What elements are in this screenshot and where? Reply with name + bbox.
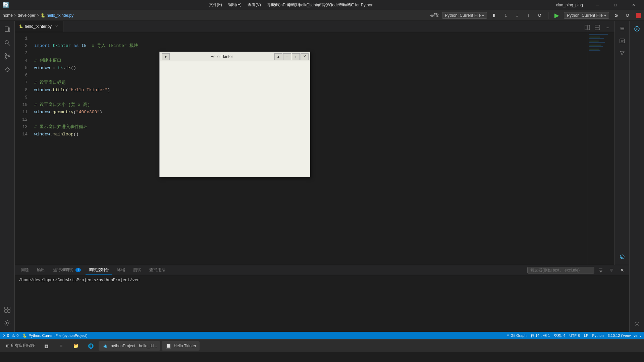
breadcrumb-developer[interactable]: developer: [18, 13, 36, 18]
panel-tab-output[interactable]: 输出: [34, 266, 48, 275]
activity-extensions[interactable]: [1, 304, 13, 316]
step-out-button[interactable]: ↑: [524, 11, 533, 20]
tkinter-minimize-button[interactable]: ─: [283, 53, 291, 60]
restart-button[interactable]: ↺: [535, 11, 544, 20]
status-language[interactable]: Python: [592, 334, 604, 338]
title-bar: 🔄 文件(F) 编辑(E) 查看(V) 导航(N) 调试(D) Git 窗口(W…: [0, 0, 644, 10]
session-dropdown[interactable]: Python: Current File ▾: [442, 12, 487, 19]
svg-rect-16: [595, 25, 600, 27]
right-list-icon[interactable]: [617, 36, 628, 46]
tkinter-menu-button[interactable]: ▼: [162, 53, 170, 60]
toolbar-right: 会话: Python: Current File ▾ ⏸ ⤵ ↓ ↑ ↺ ▶ P…: [430, 11, 641, 20]
taskbar-codearts[interactable]: ◉ pythonProject - hello_tki...: [99, 341, 160, 351]
right-ai-icon[interactable]: AI: [617, 251, 628, 262]
split-editor-icon[interactable]: [583, 23, 592, 32]
more-actions-icon[interactable]: ···: [603, 23, 612, 32]
activity-debug[interactable]: [1, 64, 13, 76]
panel-sort-icon[interactable]: [607, 266, 616, 275]
panel-tab-find-usage[interactable]: 查找用法: [146, 266, 169, 275]
stop-button[interactable]: [636, 13, 641, 18]
taskbar-start[interactable]: ⊞ 所有应用程序: [3, 342, 38, 350]
pause-button[interactable]: ⏸: [490, 11, 498, 20]
svg-point-5: [5, 58, 6, 59]
step-into-button[interactable]: ↓: [513, 11, 521, 20]
svg-rect-12: [8, 310, 10, 312]
taskbar-hello-tkinter[interactable]: 🔲 Hello Tkinter: [162, 341, 200, 351]
reload-icon[interactable]: ↺: [623, 11, 632, 20]
bc-sep-1: >: [14, 13, 16, 18]
tkinter-close-button[interactable]: ✕: [301, 53, 309, 60]
status-version[interactable]: 3.10.12 ('venv': venv: [608, 334, 641, 338]
svg-rect-11: [5, 310, 7, 312]
breadcrumb-home[interactable]: home: [3, 13, 13, 18]
minimize-button[interactable]: ─: [590, 0, 605, 10]
right-outline-icon[interactable]: [617, 23, 628, 34]
git-graph-label: Git Graph: [511, 334, 527, 338]
panel-content: /home/developer/CodeArtsProjects/pythonP…: [15, 275, 629, 332]
status-line-col[interactable]: 行 14，列 1: [531, 333, 550, 338]
menu-edit[interactable]: 编辑(E): [225, 1, 244, 8]
step-over-button[interactable]: ⤵: [501, 11, 510, 20]
git-graph-icon: ⑂: [507, 334, 509, 338]
status-line-ending[interactable]: LF: [584, 334, 588, 338]
run-button[interactable]: ▶: [552, 11, 561, 20]
close-button[interactable]: ✕: [626, 0, 641, 10]
maximize-button[interactable]: □: [608, 0, 623, 10]
tab-close-button[interactable]: ✕: [54, 24, 59, 29]
ai-side-panel: AI: [629, 21, 644, 332]
taskbar-browser[interactable]: 🌐: [84, 341, 97, 351]
app-icon[interactable]: 🔄: [3, 2, 9, 8]
code-editor[interactable]: 1 2 3 4 5 6 7 8 9 10 11 12 13 14: [15, 32, 614, 265]
panel-close-icon[interactable]: ✕: [618, 266, 627, 275]
taskbar-folder[interactable]: 📁: [69, 341, 83, 351]
activity-files[interactable]: [1, 23, 13, 36]
minimap: [588, 32, 614, 265]
line-numbers: 1 2 3 4 5 6 7 8 9 10 11 12 13 14: [15, 32, 32, 265]
tkinter-window[interactable]: ▼ Hello Tkinter ▲ ─ + ✕: [159, 52, 310, 177]
panel-tab-debug-console[interactable]: 调试控制台: [86, 266, 112, 275]
right-filter-icon[interactable]: [617, 48, 628, 58]
tab-label: hello_tkinter.py: [25, 24, 52, 29]
activity-search[interactable]: [1, 37, 13, 49]
taskbar-files[interactable]: ≡: [54, 341, 68, 351]
activity-settings[interactable]: [1, 317, 13, 329]
svg-rect-15: [588, 25, 590, 30]
panel-wrap-icon[interactable]: [596, 266, 605, 275]
panel-filter-input[interactable]: [527, 267, 594, 274]
activity-scm[interactable]: [1, 50, 13, 62]
gear-icon[interactable]: ⚙: [612, 11, 621, 20]
error-count: 0: [7, 334, 9, 338]
editor-row: 🐍 hello_tkinter.py ✕ ···: [15, 21, 629, 265]
status-space[interactable]: 空格: 4: [554, 333, 565, 338]
ai-settings-icon[interactable]: [632, 318, 642, 329]
status-git-graph[interactable]: ⑂ Git Graph: [507, 334, 527, 338]
editor-container: 🐍 hello_tkinter.py ✕ ···: [15, 21, 614, 265]
panel-tab-problems[interactable]: 问题: [17, 266, 32, 275]
toolbar: home > developer > 🐍 hello_tkinter.py 会话…: [0, 10, 644, 21]
panel-tab-run-debug[interactable]: 运行和调试 1: [50, 266, 84, 275]
status-python-env[interactable]: 🐍 Python: Current File (pythonProject): [22, 334, 87, 338]
breadcrumb: home > developer > 🐍 hello_tkinter.py: [3, 13, 73, 18]
taskbar-show-desktop[interactable]: ▦: [40, 341, 53, 351]
svg-rect-23: [620, 39, 625, 43]
editor-panels: 🐍 hello_tkinter.py ✕ ···: [15, 21, 629, 332]
title-bar-left: 🔄: [3, 2, 9, 8]
ai-side-icon[interactable]: AI: [632, 23, 642, 34]
folder-icon: 📁: [72, 343, 79, 349]
editor-tab-hello-tkinter[interactable]: 🐍 hello_tkinter.py ✕: [15, 21, 63, 32]
right-sidebar: AI: [614, 21, 629, 265]
status-encoding[interactable]: UTF-8: [570, 334, 580, 338]
menu-file[interactable]: 文件(F): [206, 1, 225, 8]
panel-tab-terminal[interactable]: 终端: [114, 266, 128, 275]
editor-layout-icon[interactable]: [593, 23, 602, 32]
username: xiao_ping_ping: [552, 3, 587, 7]
menu-view[interactable]: 查看(V): [245, 1, 264, 8]
status-errors[interactable]: ✕ 0 ⚠ 0: [3, 334, 18, 338]
breadcrumb-file[interactable]: 🐍 hello_tkinter.py: [41, 13, 73, 18]
svg-point-33: [636, 323, 638, 325]
run-config-dropdown[interactable]: Python: Current File ▾: [564, 12, 609, 19]
tkinter-maximize-button[interactable]: +: [292, 53, 300, 60]
tkinter-up-button[interactable]: ▲: [274, 53, 282, 60]
taskbar-hello-tkinter-label: Hello Tkinter: [174, 344, 196, 348]
panel-tab-test[interactable]: 测试: [130, 266, 145, 275]
